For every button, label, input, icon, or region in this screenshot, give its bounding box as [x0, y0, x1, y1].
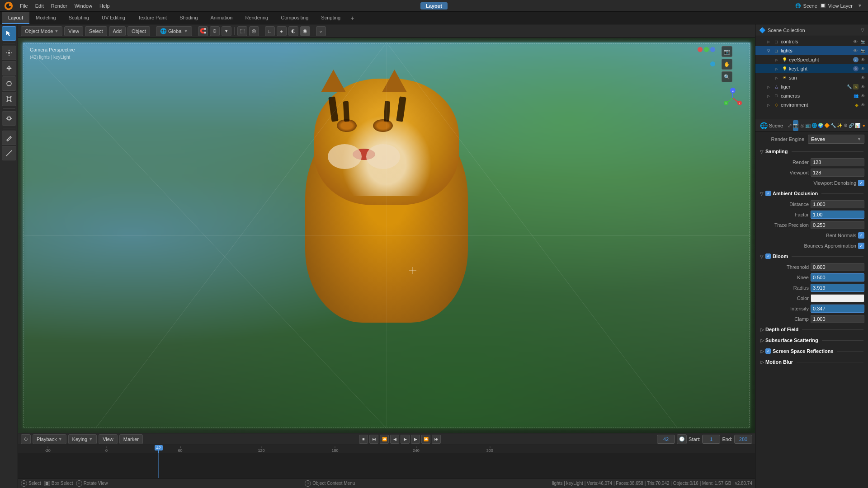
tab-animation[interactable]: Animation: [204, 12, 239, 24]
outliner-item-sun[interactable]: ▷ ☀ sun 👁: [755, 73, 868, 82]
color-value[interactable]: [811, 294, 864, 302]
dof-section-header[interactable]: ▽ Depth of Field: [759, 324, 864, 334]
tab-shading[interactable]: Shading: [173, 12, 204, 24]
tiger-expand[interactable]: ▷: [765, 84, 772, 90]
outliner-filter-icon[interactable]: ▽: [861, 28, 864, 33]
tool-transform[interactable]: [2, 111, 16, 126]
playback-menu[interactable]: Playback ▼: [33, 434, 66, 444]
tool-measure[interactable]: [2, 146, 16, 160]
solid-btn[interactable]: ●: [277, 26, 287, 36]
prev-keyframe-btn[interactable]: ◀: [390, 435, 399, 444]
vp-hand-btn[interactable]: ✋: [722, 59, 732, 70]
play-btn[interactable]: ▶: [401, 435, 410, 444]
next-keyframe-btn[interactable]: ▶: [411, 435, 420, 444]
keylight-visibility[interactable]: 👁: [860, 66, 866, 72]
outliner-item-tiger[interactable]: ▷ △ tiger 🔧 6 👁: [755, 82, 868, 91]
lights-visibility[interactable]: 👁: [852, 47, 859, 54]
active-workspace-label[interactable]: Layout: [420, 2, 448, 9]
eyespeclight-visibility[interactable]: 👁: [860, 56, 866, 63]
outliner-item-controls[interactable]: ▷ □ controls 👁 📷: [755, 37, 868, 46]
cameras-expand[interactable]: ▷: [765, 93, 772, 99]
camera-overlay-options[interactable]: ⌄: [316, 26, 326, 36]
factor-value[interactable]: 1.00: [811, 211, 864, 219]
threshold-value[interactable]: 0.800: [811, 263, 864, 271]
outliner-item-keylight[interactable]: ▷ 💡 keyLight ⊙ 👁: [755, 64, 868, 73]
stop-btn[interactable]: ■: [359, 435, 368, 444]
distance-value[interactable]: 1.000: [811, 200, 864, 208]
cameras-visibility[interactable]: 👁: [860, 93, 866, 99]
mb-section-header[interactable]: ▽ Motion Blur: [759, 357, 864, 367]
tool-cursor[interactable]: [2, 26, 16, 41]
tab-sculpting[interactable]: Sculpting: [62, 12, 95, 24]
sss-section-header[interactable]: ▽ Subsurface Scattering: [759, 335, 864, 345]
clamp-value[interactable]: 1.000: [811, 315, 864, 323]
current-frame-input[interactable]: 42: [657, 435, 675, 444]
timeline-content[interactable]: -20 0 60 120 180 240 300 42: [18, 445, 755, 478]
viewport-global-btn[interactable]: 🌐 Global ▼: [156, 26, 192, 36]
jump-start-btn[interactable]: ⏮: [369, 435, 378, 444]
menu-window[interactable]: Window: [71, 1, 96, 11]
bounces-check[interactable]: ✓: [858, 243, 864, 249]
ao-section-header[interactable]: ▽ ✓ Ambient Occlusion: [759, 188, 864, 198]
menu-edit[interactable]: Edit: [32, 1, 47, 11]
timeline-view-menu[interactable]: View: [99, 434, 118, 444]
tab-uv-editing[interactable]: UV Editing: [95, 12, 132, 24]
prev-frame-btn[interactable]: ⏪: [380, 435, 389, 444]
viewport-value[interactable]: 128: [811, 169, 864, 177]
tool-move[interactable]: [2, 61, 16, 75]
props-icon-modifiers[interactable]: 🔧: [830, 120, 836, 131]
tiger-visibility[interactable]: 👁: [860, 84, 866, 90]
viewport-add-btn[interactable]: Add: [109, 26, 126, 36]
outliner-item-eyespeclight[interactable]: ▷ 💡 eyeSpecLight • 👁: [755, 55, 868, 64]
menu-render[interactable]: Render: [47, 1, 71, 11]
environment-expand[interactable]: ▷: [765, 102, 772, 108]
viewport-mode-btn[interactable]: Object Mode ▼: [21, 26, 62, 36]
knee-value[interactable]: 0.500: [811, 273, 864, 282]
ao-checkbox[interactable]: ✓: [765, 191, 771, 196]
viewport-view-btn[interactable]: View: [64, 26, 83, 36]
viewport-denoising-check[interactable]: ✓: [858, 180, 864, 186]
tool-rotate[interactable]: [2, 76, 16, 91]
trace-precision-value[interactable]: 0.250: [811, 221, 864, 229]
bloom-section-header[interactable]: ▽ ✓ Bloom: [759, 251, 864, 261]
tab-compositing[interactable]: Compositing: [274, 12, 315, 24]
vp-zoom-btn[interactable]: 🔍: [722, 71, 732, 82]
sampling-section-header[interactable]: ▽ Sampling: [759, 146, 864, 156]
overlay-btn[interactable]: ⬚: [237, 26, 247, 36]
props-icon-view[interactable]: 📺: [805, 120, 811, 131]
tab-scripting[interactable]: Scripting: [315, 12, 347, 24]
lights-render-vis[interactable]: 📷: [860, 47, 866, 54]
props-icon-physics[interactable]: ⚙: [843, 120, 848, 131]
tab-layout[interactable]: Layout: [2, 12, 29, 24]
xray-btn[interactable]: ◎: [249, 26, 259, 36]
menu-help[interactable]: Help: [96, 1, 113, 11]
proportional-edit-btn[interactable]: ⊙: [210, 26, 220, 36]
scene-options[interactable]: ▼: [855, 1, 864, 10]
viewport-object-btn[interactable]: Object: [127, 26, 150, 36]
eyespeclight-expand[interactable]: ▷: [774, 56, 780, 63]
bloom-checkbox[interactable]: ✓: [765, 253, 771, 259]
tab-add-button[interactable]: +: [347, 12, 358, 24]
props-icon-world[interactable]: 🌍: [818, 120, 823, 131]
timeline-icon[interactable]: ⏱: [21, 434, 31, 444]
jump-end-btn[interactable]: ⏭: [432, 435, 441, 444]
outliner-item-lights[interactable]: ▽ □ lights 👁 📷: [755, 46, 868, 55]
controls-visibility[interactable]: 👁: [852, 38, 859, 45]
tool-cursor-move[interactable]: [2, 46, 16, 60]
tab-rendering[interactable]: Rendering: [239, 12, 274, 24]
props-icon-data[interactable]: 📊: [855, 120, 860, 131]
keying-menu[interactable]: Keying ▼: [68, 434, 97, 444]
blender-logo[interactable]: [4, 1, 14, 11]
props-icon-material[interactable]: ●: [861, 120, 866, 131]
render-engine-select[interactable]: Eevee ▼: [808, 135, 864, 144]
ssr-checkbox[interactable]: ✓: [765, 348, 771, 354]
sun-visibility[interactable]: 👁: [860, 75, 866, 81]
radius-value[interactable]: 3.919: [811, 284, 864, 292]
intensity-value[interactable]: 0.347: [811, 305, 864, 313]
sun-expand[interactable]: ▷: [774, 75, 780, 81]
menu-file[interactable]: File: [16, 1, 32, 11]
tab-modeling[interactable]: Modeling: [29, 12, 62, 24]
ssr-section-header[interactable]: ▽ ✓ Screen Space Reflections: [759, 346, 864, 356]
props-icon-object[interactable]: 🔶: [824, 120, 830, 131]
proportional-type-btn[interactable]: ▼: [222, 26, 231, 36]
